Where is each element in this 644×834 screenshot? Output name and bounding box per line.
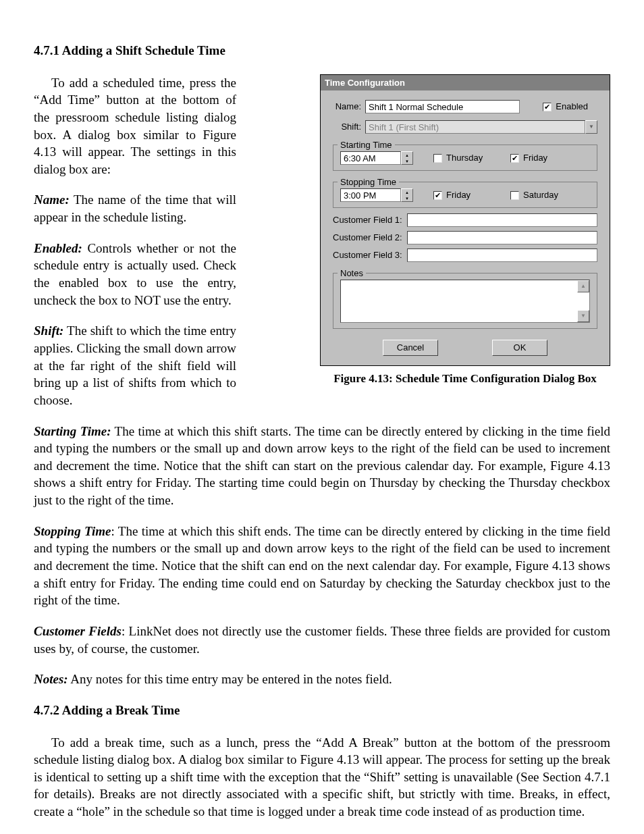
stop-saturday-checkbox[interactable]: Saturday [510, 189, 558, 201]
spin-down-icon: ▼ [402, 195, 412, 201]
start-time-spinner[interactable]: ▲ ▼ [401, 151, 413, 165]
section-heading-472: 4.7.2 Adding a Break Time [34, 702, 610, 719]
def-stopping-time: Stopping Time: The time at which this sh… [34, 523, 610, 609]
figure-413: Time Configuration Name: Shift 1 Normal … [320, 74, 610, 387]
def-shift: Shift: The shift to which the time entry… [34, 322, 236, 409]
figure-caption: Figure 4.13: Schedule Time Configuration… [320, 371, 610, 387]
def-notes: Notes: Any notes for this time entry may… [34, 671, 610, 688]
checkbox-empty-icon [510, 191, 519, 200]
scroll-up-icon[interactable]: ▲ [577, 280, 589, 292]
start-friday-checkbox[interactable]: ✔ Friday [510, 152, 547, 164]
start-time-input[interactable]: 6:30 AM [340, 151, 401, 165]
name-label: Name: [333, 101, 361, 113]
stop-time-input[interactable]: 3:00 PM [340, 188, 401, 202]
cf3-input[interactable] [407, 249, 597, 262]
def-starting-time: Starting Time: The time at which this sh… [34, 423, 610, 509]
cf2-input[interactable] [407, 231, 597, 244]
cancel-button[interactable]: Cancel [383, 340, 438, 356]
time-config-dialog: Time Configuration Name: Shift 1 Normal … [320, 74, 610, 367]
spin-up-icon: ▲ [402, 189, 412, 195]
friday-label: Friday [523, 152, 547, 164]
shift-label: Shift: [333, 121, 361, 133]
def-enabled: Enabled: Controls whether or not the sch… [34, 240, 236, 309]
notes-textarea[interactable]: ▲ ▼ [340, 280, 590, 323]
stopping-time-group: Stopping Time 3:00 PM ▲ ▼ ✔ Friday [333, 182, 597, 208]
check-icon: ✔ [433, 191, 442, 200]
section-heading-471: 4.7.1 Adding a Shift Schedule Time [34, 42, 610, 59]
enabled-checkbox[interactable]: ✔ Enabled [543, 101, 588, 113]
saturday-label: Saturday [523, 189, 558, 201]
spin-down-icon: ▼ [402, 158, 412, 164]
def-name: Name: The name of the time that will app… [34, 191, 236, 226]
intro-paragraph: To add a scheduled time, press the “Add … [34, 74, 236, 178]
stopping-time-legend: Stopping Time [338, 176, 399, 188]
break-paragraph: To add a break time, such as a lunch, pr… [34, 734, 610, 820]
check-icon: ✔ [510, 154, 519, 163]
spin-up-icon: ▲ [402, 152, 412, 158]
cf3-label: Customer Field 3: [333, 249, 407, 261]
name-input[interactable]: Shift 1 Normal Schedule [365, 100, 520, 113]
scroll-down-icon[interactable]: ▼ [577, 310, 589, 322]
friday-label: Friday [446, 189, 471, 201]
shift-select[interactable]: Shift 1 (First Shift) [365, 120, 585, 134]
checkbox-empty-icon [433, 154, 442, 163]
check-icon: ✔ [543, 103, 552, 111]
ok-button[interactable]: OK [492, 340, 547, 356]
notes-group: Notes ▲ ▼ [333, 273, 597, 329]
cf2-label: Customer Field 2: [333, 232, 407, 244]
stop-time-spinner[interactable]: ▲ ▼ [401, 188, 413, 202]
start-thursday-checkbox[interactable]: Thursday [433, 152, 501, 164]
dialog-titlebar: Time Configuration [321, 75, 610, 91]
cf1-label: Customer Field 1: [333, 214, 407, 226]
cf1-input[interactable] [407, 213, 597, 227]
starting-time-legend: Starting Time [338, 139, 395, 151]
thursday-label: Thursday [446, 152, 483, 164]
starting-time-group: Starting Time 6:30 AM ▲ ▼ Thursday [333, 145, 597, 171]
chevron-down-icon[interactable]: ▼ [585, 120, 597, 134]
def-customer-fields: Customer Fields: LinkNet does not direct… [34, 623, 610, 657]
stop-friday-checkbox[interactable]: ✔ Friday [433, 189, 501, 201]
two-column-layout: Time Configuration Name: Shift 1 Normal … [34, 74, 610, 423]
notes-legend: Notes [338, 267, 366, 280]
enabled-label: Enabled [556, 101, 588, 113]
